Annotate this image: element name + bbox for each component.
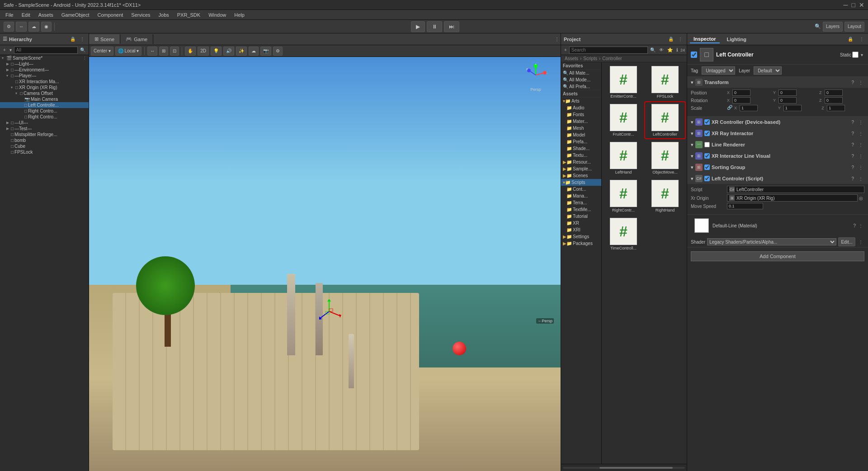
position-y-input[interactable] [778,89,797,96]
scene-hand-btn[interactable]: ✋ [185,47,196,56]
menu-pxr[interactable]: PXR_SDK [174,11,204,19]
xr-controller-checkbox[interactable] [704,119,710,125]
tree-item-right-controller1[interactable]: □ Right Contro... [0,108,89,114]
project-star-btn[interactable]: ⭐ [666,47,674,53]
tree-xri[interactable]: 📁 XRI [561,226,601,233]
tree-item-xr-origin[interactable]: ▾ □ XR Origin (XR Rig) [0,85,89,90]
project-search[interactable] [569,47,648,54]
menu-jobs[interactable]: Jobs [155,11,173,19]
project-menu-btn[interactable]: ⋮ [677,36,684,42]
tree-resources[interactable]: ▶📁 Resour... [561,159,601,165]
asset-item-timecontroll---[interactable]: TimeControll... [604,216,643,252]
tree-prefabs[interactable]: 📁 Prefa... [561,138,601,145]
asset-item-righthand[interactable]: RightHand [645,178,685,214]
tree-samples[interactable]: ▶📁 Sample... [561,165,601,172]
tree-item-environment[interactable]: ▶ □ ---Environment--- [0,67,89,73]
minimize-btn[interactable]: ─ [844,1,848,9]
tree-all-models[interactable]: 🔍 All Mode... [561,76,601,83]
asset-item-fpslock[interactable]: FPSLock [645,64,685,100]
tree-item-camera-offset[interactable]: ▾ □ Camera Offset [0,90,89,96]
menu-component[interactable]: Component [94,11,127,19]
scale-x-input[interactable] [740,105,758,111]
asset-item-emittercontr---[interactable]: EmitterContr... [604,64,643,100]
comp-menu-btn4[interactable]: ⋮ [857,153,864,159]
hierarchy-menu-btn[interactable]: ⋮ [79,36,86,42]
hierarchy-search[interactable] [14,47,78,54]
tree-scenes[interactable]: ▶📁 Scenes [561,172,601,179]
scene-audio-btn[interactable]: 🔊 [223,47,234,56]
project-info-btn[interactable]: ℹ [675,47,679,53]
tag-select[interactable]: Untagged [702,66,735,75]
tree-audio[interactable]: 📁 Audio [561,104,601,111]
tree-item-mistsplitter[interactable]: □ Mistsplitter Reforge... [0,132,89,137]
tree-item-player[interactable]: ▾ □ ---Player--- [0,73,89,79]
step-button[interactable]: ⏭ [444,21,459,32]
xr-ray-header[interactable]: ▾ ⊞ XR Ray Interactor ? ⋮ [687,128,868,139]
project-eye-btn[interactable]: 👁 [658,47,665,53]
rotation-x-input[interactable] [732,97,750,104]
xr-line-visual-header[interactable]: ▾ ⊞ XR Interactor Line Visual ? ⋮ [687,151,868,161]
tree-item-test[interactable]: ▶ □ ---Test--- [0,126,89,132]
scrollbar-thumb[interactable] [599,467,673,469]
layers-dropdown[interactable]: Layers [823,22,843,32]
project-add-btn[interactable]: + [563,47,568,53]
comp-help-btn2[interactable]: ? [850,131,855,137]
scene-fx-btn[interactable]: ✨ [236,47,247,56]
breadcrumb-assets[interactable]: Assets [565,56,578,61]
move-speed-input[interactable] [727,203,763,209]
comp-menu-btn5[interactable]: ⋮ [857,165,864,170]
pause-button[interactable]: ⏸ [427,21,442,32]
hierarchy-search-btn[interactable]: 🔍 [79,47,87,53]
asset-item-leftcontroller[interactable]: LeftController [645,102,685,138]
tree-item-xr-interaction[interactable]: □ XR Interaction Ma... [0,79,89,85]
scene-local-btn[interactable]: 🌐 Local ▾ [115,47,142,56]
toolbar-settings-btn[interactable]: ◉ [41,22,52,32]
scene-camera-btn[interactable]: 📷 [260,47,271,56]
menu-window[interactable]: Window [205,11,230,19]
tree-item-fpslock[interactable]: □ FPSLock [0,149,89,155]
tree-all-materials[interactable]: 🔍 All Mate... [561,70,601,76]
asset-item-rightcontr---[interactable]: RightContr... [604,178,643,214]
hierarchy-dropdown-btn[interactable]: ▾ [8,47,13,53]
tree-shaders[interactable]: 📁 Shade... [561,145,601,152]
tree-tutorial[interactable]: 📁 Tutorial [561,213,601,220]
close-btn[interactable]: ✕ [859,1,864,9]
sorting-group-checkbox[interactable] [704,165,710,170]
tree-item-left-controller[interactable]: □ Left Controlle... [0,102,89,108]
transform-menu-btn[interactable]: ⋮ [857,80,864,85]
xr-line-visual-checkbox[interactable] [704,153,710,159]
scene-center-btn[interactable]: Center ▾ [91,47,113,56]
material-menu-btn[interactable]: ⋮ [857,223,864,229]
scene-sky-btn[interactable]: ☁ [249,47,259,56]
tree-controller[interactable]: 📁 Cont... [561,186,601,193]
scene-move-btn[interactable]: ↔ [147,47,157,56]
tree-settings[interactable]: ▶📁 Settings [561,233,601,240]
layout-dropdown[interactable]: Layout [844,22,864,32]
tree-item-bomb[interactable]: □ bomb [0,137,89,143]
inspector-tab[interactable]: Inspector [690,35,720,43]
position-z-input[interactable] [825,89,843,96]
tree-models[interactable]: 📁 Model [561,132,601,138]
scale-z-input[interactable] [827,105,845,111]
rotation-y-input[interactable] [778,97,797,104]
layer-select[interactable]: Default [754,66,782,75]
tab-scene[interactable]: ⊞ Scene [89,34,120,44]
hierarchy-lock-btn[interactable]: 🔒 [69,36,77,42]
scale-y-input[interactable] [783,105,802,111]
tree-item-ui[interactable]: ▶ □ ---UI--- [0,120,89,126]
menu-help[interactable]: Help [231,11,248,19]
tree-textures[interactable]: 📁 Textu... [561,152,601,159]
scene-light-btn[interactable]: 💡 [211,47,222,56]
breadcrumb-scripts[interactable]: Scripts [583,56,597,61]
script-checkbox[interactable] [704,176,710,181]
play-button[interactable]: ▶ [411,21,425,32]
tab-game[interactable]: 🎮 Game [120,34,153,44]
comp-menu-btn[interactable]: ⋮ [857,119,864,125]
static-dropdown[interactable]: ▾ [859,52,864,58]
window-controls[interactable]: ─ □ ✕ [844,1,864,9]
left-controller-script-header[interactable]: ▾ C# Left Controler (Script) ? ⋮ [687,173,868,184]
scene-menu-btn[interactable]: ⋮ [553,36,561,42]
menu-assets[interactable]: Assets [35,11,57,19]
shader-select[interactable]: Legacy Shaders/Particles/Alpha... [707,238,836,245]
xr-ray-checkbox[interactable] [704,131,710,136]
